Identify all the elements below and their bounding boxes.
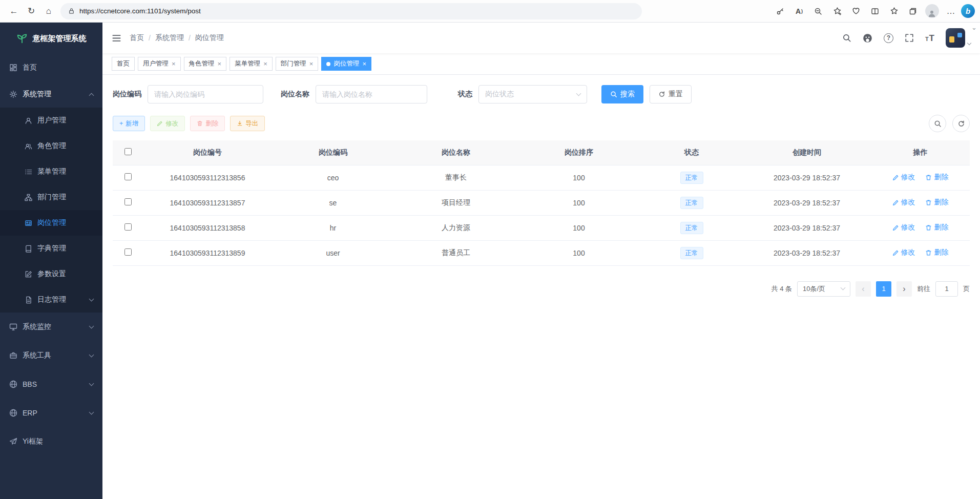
row-delete-link[interactable]: 删除	[925, 223, 948, 232]
tab-post-mgmt[interactable]: 岗位管理 ×	[321, 57, 371, 71]
close-icon[interactable]: ×	[172, 60, 176, 67]
tab-label: 部门管理	[281, 59, 306, 68]
table-toolbar: + 新增 修改 删除 导出	[113, 115, 970, 132]
status-select[interactable]: 岗位状态	[478, 85, 587, 103]
tab-role-mgmt[interactable]: 角色管理 ×	[184, 57, 227, 71]
post-name-input[interactable]	[316, 85, 427, 103]
column-header: 创建时间	[743, 140, 871, 165]
sidebar-item-dept-mgmt[interactable]: 部门管理	[0, 184, 102, 210]
copilot-bing-icon[interactable]: b	[961, 4, 975, 18]
row-delete-link[interactable]: 删除	[925, 198, 948, 207]
row-checkbox[interactable]	[124, 248, 132, 256]
table-row[interactable]: 1641030593112313858 hr 人力资源 100 正常 2023-…	[113, 215, 970, 240]
sidebar-item-param-settings[interactable]: 参数设置	[0, 261, 102, 287]
address-bar[interactable]: https://ccnetcore.com:1101/system/post	[60, 3, 642, 19]
row-delete-link[interactable]: 删除	[925, 173, 948, 182]
sidebar-item-home[interactable]: 首页	[0, 54, 102, 81]
row-edit-link[interactable]: 修改	[892, 248, 915, 257]
delete-button[interactable]: 删除	[190, 116, 225, 131]
browser-actions: A … b	[772, 3, 975, 20]
add-favorite-icon[interactable]	[828, 3, 846, 20]
app-logo[interactable]: 意框架管理系统	[0, 23, 102, 54]
page-number-button[interactable]: 1	[876, 281, 891, 297]
row-checkbox[interactable]	[124, 223, 132, 231]
favorites-icon[interactable]	[885, 3, 903, 20]
sidebar-item-monitor[interactable]: 系统监控	[0, 313, 102, 341]
row-edit-link[interactable]: 修改	[892, 173, 915, 182]
github-icon[interactable]	[863, 33, 872, 43]
page-size-select[interactable]: 10条/页	[797, 281, 850, 297]
sidebar-item-bbs[interactable]: BBS	[0, 370, 102, 399]
sidebar-item-post-mgmt[interactable]: 岗位管理	[0, 210, 102, 236]
tab-dept-mgmt[interactable]: 部门管理 ×	[276, 57, 319, 71]
status-badge: 正常	[680, 172, 703, 184]
split-screen-icon[interactable]	[866, 3, 884, 20]
row-checkbox[interactable]	[124, 198, 132, 205]
post-code-input[interactable]	[148, 85, 263, 103]
browser-essentials-icon[interactable]	[847, 3, 865, 20]
help-icon[interactable]: ?	[884, 33, 893, 43]
collapse-sidebar-icon[interactable]	[112, 33, 121, 43]
copilot-collapse-icon[interactable]: ⌄	[971, 24, 977, 31]
search-icon	[610, 91, 617, 98]
font-size-icon[interactable]: TT	[925, 34, 934, 43]
sidebar-item-menu-mgmt[interactable]: 菜单管理	[0, 159, 102, 184]
cell-post-id: 1641030593112313858	[143, 215, 272, 240]
user-avatar-dropdown[interactable]	[946, 28, 971, 48]
close-icon[interactable]: ×	[362, 60, 366, 67]
org-tree-icon	[25, 194, 32, 201]
table-row[interactable]: 1641030593112313857 se 项目经理 100 正常 2023-…	[113, 190, 970, 215]
fullscreen-icon[interactable]	[905, 33, 914, 43]
sidebar-item-system[interactable]: 系统管理	[0, 81, 102, 108]
next-page-button[interactable]: ›	[896, 281, 912, 297]
password-key-icon[interactable]	[772, 3, 789, 20]
edit-button[interactable]: 修改	[150, 116, 185, 131]
row-edit-link[interactable]: 修改	[892, 223, 915, 232]
reload-icon[interactable]: ↻	[23, 3, 40, 20]
table-row[interactable]: 1641030593112313856 ceo 董事长 100 正常 2023-…	[113, 165, 970, 190]
row-delete-link[interactable]: 删除	[925, 248, 948, 257]
tab-menu-mgmt[interactable]: 菜单管理 ×	[230, 57, 273, 71]
prev-page-button[interactable]: ‹	[856, 281, 871, 297]
sidebar-item-log-mgmt[interactable]: 日志管理	[0, 287, 102, 313]
row-checkbox[interactable]	[124, 173, 132, 180]
sidebar-item-erp[interactable]: ERP	[0, 399, 102, 427]
search-icon[interactable]	[842, 33, 851, 43]
row-edit-link[interactable]: 修改	[892, 198, 915, 207]
active-dot	[326, 62, 330, 66]
collections-icon[interactable]	[904, 3, 922, 20]
sidebar-item-user-mgmt[interactable]: 用户管理	[0, 108, 102, 133]
export-button[interactable]: 导出	[230, 116, 265, 131]
browser-home-icon[interactable]: ⌂	[40, 3, 57, 20]
download-icon	[237, 120, 243, 127]
read-aloud-icon[interactable]: A	[790, 3, 808, 20]
app-frame: 意框架管理系统 首页 系统管理 用户管理 角色管理 菜单管理 部门管理	[0, 23, 980, 499]
reset-button[interactable]: 重置	[650, 85, 692, 103]
edit-icon	[892, 199, 899, 206]
back-icon[interactable]: ←	[5, 3, 23, 20]
breadcrumb-item[interactable]: 首页	[130, 33, 144, 43]
tab-user-mgmt[interactable]: 用户管理 ×	[138, 57, 181, 71]
sidebar-item-role-mgmt[interactable]: 角色管理	[0, 133, 102, 159]
sidebar-item-tools[interactable]: 系统工具	[0, 341, 102, 370]
toggle-search-button[interactable]	[929, 115, 946, 132]
tab-home[interactable]: 首页	[112, 57, 135, 71]
breadcrumb-item[interactable]: 系统管理	[155, 33, 184, 43]
close-icon[interactable]: ×	[218, 60, 222, 67]
browser-profile-avatar[interactable]	[923, 3, 941, 20]
add-button[interactable]: + 新增	[113, 116, 145, 131]
close-icon[interactable]: ×	[263, 60, 267, 67]
app-title: 意框架管理系统	[33, 34, 87, 44]
search-button[interactable]: 搜索	[601, 85, 643, 103]
goto-page-input[interactable]	[935, 281, 958, 297]
close-icon[interactable]: ×	[309, 60, 314, 67]
select-all-checkbox[interactable]	[124, 148, 132, 155]
zoom-icon[interactable]	[809, 3, 827, 20]
cell-post-name: 董事长	[394, 165, 517, 190]
sidebar-item-dict-mgmt[interactable]: 字典管理	[0, 236, 102, 261]
cell-post-id: 1641030593112313859	[143, 240, 272, 265]
refresh-table-button[interactable]	[952, 115, 970, 132]
sidebar-item-yi-framework[interactable]: Yi框架	[0, 427, 102, 456]
table-row[interactable]: 1641030593112313859 user 普通员工 100 正常 202…	[113, 240, 970, 265]
browser-menu-icon[interactable]: …	[942, 3, 960, 20]
